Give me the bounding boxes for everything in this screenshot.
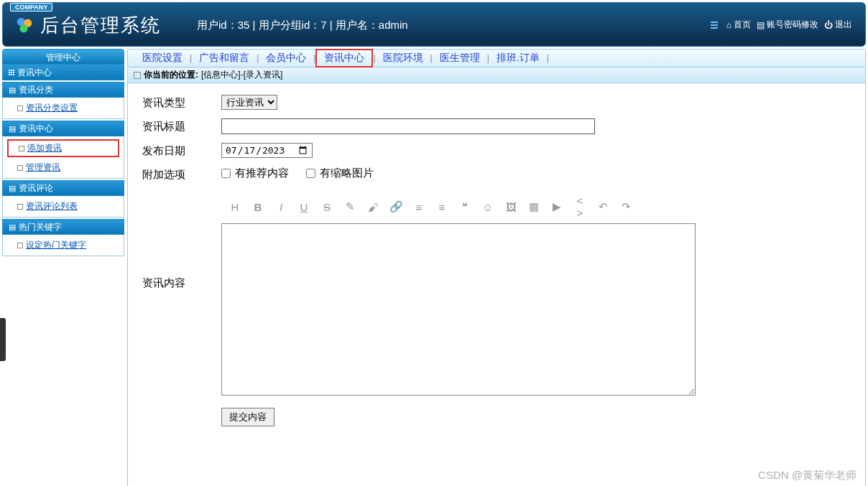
news-type-select[interactable]: 行业资讯 xyxy=(221,95,277,110)
list-icon: ▤ xyxy=(9,180,16,196)
bullet-icon xyxy=(17,106,23,111)
align-icon[interactable]: ≡ xyxy=(435,201,448,213)
label-type: 资讯类型 xyxy=(135,95,221,110)
tab-6[interactable]: 排班.订单 xyxy=(489,50,547,66)
sidebar-item-comments[interactable]: 资讯评论列表 xyxy=(3,197,124,215)
sidebar-mgmt-header: 管理中心 xyxy=(2,49,124,65)
sidebar-cat-2[interactable]: ▤资讯评论 xyxy=(2,180,124,196)
logo-icon xyxy=(14,15,34,35)
content-area: 资讯类型 行业资讯 资讯标题 发布日期 xyxy=(127,83,866,486)
list-icon: ▤ xyxy=(9,82,16,98)
sidebar-item-keywords[interactable]: 设定热门关键字 xyxy=(3,236,124,254)
sidebar-cat-3[interactable]: ▤热门关键字 xyxy=(2,219,124,235)
account-link[interactable]: ▤账号密码修改 xyxy=(757,19,818,31)
quote-icon[interactable]: ❝ xyxy=(458,200,471,213)
svg-point-2 xyxy=(19,24,27,32)
sidebar-section-bar: 资讯中心 xyxy=(2,65,124,80)
list-icon: ▤ xyxy=(757,20,765,30)
tab-5[interactable]: 医生管理 xyxy=(433,50,487,66)
user-info: 用户id：35 | 用户分组id：7 | 用户名：admin xyxy=(197,19,408,32)
news-title-input[interactable] xyxy=(221,118,595,134)
sidebar-item-manage-news[interactable]: 管理资讯 xyxy=(3,159,124,177)
link-icon[interactable]: 🔗 xyxy=(389,200,402,213)
content-editor[interactable] xyxy=(221,223,696,396)
checkbox-recommend[interactable]: 有推荐内容 xyxy=(221,167,289,180)
grid-icon xyxy=(9,70,14,75)
label-date: 发布日期 xyxy=(135,143,221,158)
company-tag: COMPANY xyxy=(10,3,52,11)
list-icon: ▤ xyxy=(9,219,16,235)
tab-4[interactable]: 医院环境 xyxy=(376,50,430,66)
sidebar-item-category-settings[interactable]: 资讯分类设置 xyxy=(3,99,124,117)
collapse-handle[interactable] xyxy=(0,318,6,361)
brush-icon[interactable]: 🖌 xyxy=(366,201,379,213)
emoji-icon[interactable]: ☺ xyxy=(481,201,494,213)
bullet-icon xyxy=(19,146,24,151)
redo-icon[interactable]: ↷ xyxy=(619,200,632,213)
bullet-icon xyxy=(17,165,23,171)
heading-icon[interactable]: H xyxy=(228,201,241,213)
home-link[interactable]: ⌂首页 xyxy=(726,19,751,31)
tab-0[interactable]: 医院设置 xyxy=(135,50,190,66)
table-icon[interactable]: ▦ xyxy=(527,200,540,213)
tab-3[interactable]: 资讯中心 xyxy=(315,49,373,67)
code-icon[interactable]: < > xyxy=(573,195,586,219)
top-actions: ⌂首页 ▤账号密码修改 ⏻退出 xyxy=(711,19,852,31)
checkbox-thumbnail[interactable]: 有缩略图片 xyxy=(306,167,374,180)
submit-button[interactable]: 提交内容 xyxy=(221,408,274,426)
tabs-row: 医院设置|广告和留言|会员中心|资讯中心|医院环境|医生管理|排班.订单| xyxy=(127,49,866,67)
bullet-icon xyxy=(17,243,23,248)
sidebar-cat-0[interactable]: ▤资讯分类 xyxy=(2,82,124,98)
sidebar-cat-1[interactable]: ▤资讯中心 xyxy=(2,121,124,136)
bullet-icon xyxy=(17,204,23,210)
sidebar-item-add-news[interactable]: 添加资讯 xyxy=(7,139,119,157)
main-area: 医院设置|广告和留言|会员中心|资讯中心|医院环境|医生管理|排班.订单| 你当… xyxy=(127,49,866,486)
image-icon[interactable]: 🖼 xyxy=(504,201,517,213)
power-icon: ⏻ xyxy=(824,20,833,30)
italic-icon[interactable]: I xyxy=(274,201,287,213)
label-title: 资讯标题 xyxy=(135,118,221,134)
sidebar: 管理中心 资讯中心 ▤资讯分类 资讯分类设置 ▤资讯中心 添加资讯 管理资讯 ▤… xyxy=(2,49,124,486)
list-icon[interactable]: ≡ xyxy=(412,201,425,213)
edit-icon[interactable]: ✎ xyxy=(343,200,356,213)
tab-1[interactable]: 广告和留言 xyxy=(192,50,257,66)
label-extra: 附加选项 xyxy=(135,167,221,182)
home-icon: ⌂ xyxy=(726,20,731,30)
top-header: COMPANY 后台管理系统 用户id：35 | 用户分组id：7 | 用户名：… xyxy=(2,2,866,47)
editor-toolbar: HBIUS✎🖌🔗≡≡❝☺🖼▦▶< >↶↷ xyxy=(221,190,858,223)
page-icon xyxy=(134,72,141,79)
tab-2[interactable]: 会员中心 xyxy=(259,50,313,66)
label-content: 资讯内容 xyxy=(135,190,221,290)
strike-icon[interactable]: S xyxy=(320,201,333,213)
system-title: 后台管理系统 xyxy=(40,13,161,38)
breadcrumb: 你当前的位置: [信息中心]-[录入资讯] xyxy=(127,67,866,83)
bold-icon[interactable]: B xyxy=(251,201,264,213)
publish-date-input[interactable] xyxy=(221,143,313,158)
logout-link[interactable]: ⏻退出 xyxy=(824,19,852,31)
menu-icon[interactable] xyxy=(711,22,718,29)
video-icon[interactable]: ▶ xyxy=(550,200,563,213)
undo-icon[interactable]: ↶ xyxy=(596,200,609,213)
underline-icon[interactable]: U xyxy=(297,201,310,213)
list-icon: ▤ xyxy=(9,121,16,136)
